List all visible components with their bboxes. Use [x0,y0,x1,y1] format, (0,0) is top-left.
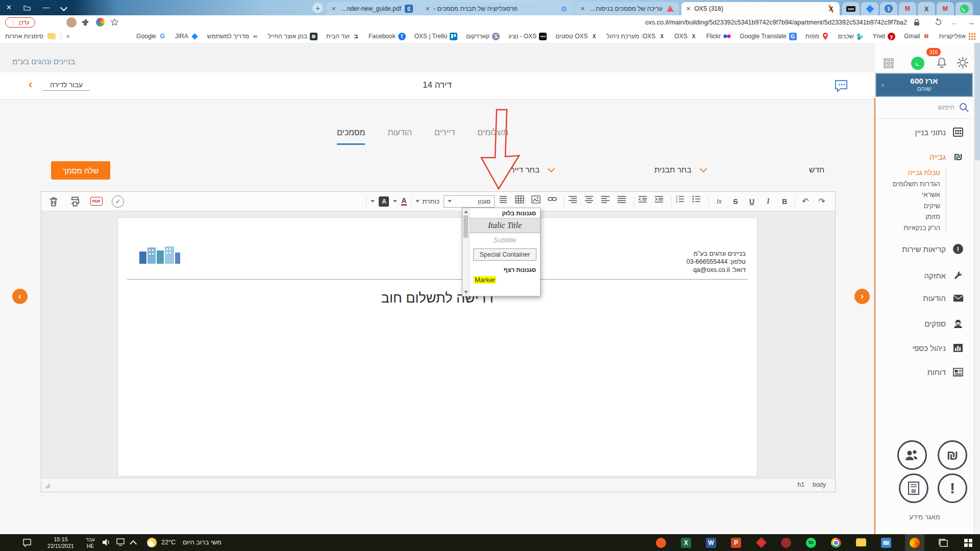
back-arrow-icon[interactable]: ← [951,18,959,27]
sidebar-item-collection[interactable]: ₪ גבייה [929,151,964,163]
style-subtitle[interactable]: Subtitle [470,233,540,247]
insert-image-icon[interactable] [531,195,544,208]
app-word-icon[interactable]: W [705,537,717,549]
sidebar-item-building-data[interactable]: נתוני בניין [915,127,964,137]
bookmark-jira[interactable]: JIRA [175,33,199,40]
subitem-checks[interactable]: שיקים [893,201,940,212]
invoice-circle-icon[interactable]: ₪ [899,473,928,503]
new-document-button[interactable]: חדש [809,165,824,174]
subitem-payment-settings[interactable]: הגדרות תשלומים [893,179,940,190]
bold-icon[interactable]: B [778,195,791,208]
text-color-icon[interactable]: A [401,197,406,206]
sidebar-item-suppliers[interactable]: ספקים [925,318,964,329]
bookmark-oxs-tests[interactable]: XOXS טסטים [555,33,598,40]
bookmark-guide[interactable]: ∞מדריך למשתמש [207,33,259,40]
tab-close-icon[interactable]: ✕ [331,6,336,12]
sidebar-search[interactable]: חיפוש [875,97,974,119]
subitem-cash[interactable]: מזומן [893,211,940,222]
outdent-icon[interactable] [639,195,651,208]
app-spotify-icon[interactable] [805,537,817,549]
elements-path-current[interactable]: h1 [798,481,804,488]
scroll-up-icon[interactable] [464,210,468,213]
subitem-bank-orders[interactable]: הו"ק בנקאיות [893,222,940,234]
indent-icon[interactable] [655,195,667,208]
bookmark-neighbors[interactable]: שכנים [838,33,864,40]
bookmark-oxs-admin[interactable]: XOXS: מערכת ניהול [607,33,666,40]
bookmark-trello[interactable]: OXS | Trello [414,33,457,40]
scrollbar-thumb[interactable] [463,215,468,238]
app-thispc-icon[interactable] [880,537,892,549]
bookmark-google[interactable]: GGoogle [136,33,166,40]
app-chrome-icon[interactable] [830,537,842,549]
strikethrough-icon[interactable]: S [729,195,742,208]
numbered-list-icon[interactable]: 123 [676,195,688,208]
extension-color-icon[interactable] [96,18,105,27]
weather-temp[interactable]: 22°C [161,539,176,546]
knowledge-base-label[interactable]: מאגר מידע [875,513,974,521]
other-bookmarks-label[interactable]: סימניות אחרות [5,33,43,40]
scrollbar-thumb[interactable] [975,43,980,160]
format-dropdown[interactable]: כותרת [415,198,439,205]
document-page[interactable]: בניינים ונהגים בע"מ טלפון: 03-666555444 … [117,217,757,477]
forward-arrow-icon[interactable]: → [967,18,975,27]
subitem-credit[interactable]: אשראי [893,189,940,201]
line-height-icon[interactable] [499,195,511,208]
start-button-icon[interactable] [962,537,974,549]
pinned-tab-gmail-2[interactable]: M [937,2,954,15]
insert-link-icon[interactable] [548,195,560,208]
bookmark-star-icon[interactable] [110,18,119,27]
align-right-icon[interactable] [569,195,581,208]
style-special-container[interactable]: Special Container [473,248,536,261]
tab-close-icon[interactable]: ✕ [425,6,430,12]
send-document-button[interactable]: שלח מסמך [51,161,110,180]
preview-check-icon[interactable]: ✓ [112,195,124,208]
app-red-icon[interactable] [755,537,767,549]
export-pdf-icon[interactable]: PDF [90,197,103,206]
sidebar-item-financial[interactable]: ניהול כספי [912,343,964,353]
app-firefox-icon-active[interactable] [905,534,924,551]
pinned-tab-oxs[interactable]: oxs [842,2,860,15]
align-left-icon[interactable] [601,195,614,208]
carousel-right-arrow[interactable]: › [854,289,870,304]
bookmark-ynet[interactable]: yYnet [872,33,895,40]
bullet-list-icon[interactable] [692,195,704,208]
background-color-icon[interactable]: A [379,196,389,207]
align-center-icon[interactable] [585,195,597,208]
tab-documents[interactable]: מסמכים [337,128,365,145]
bookmark-facebook[interactable]: fFacebook [369,33,406,40]
pinned-tab-gmail-1[interactable]: M [899,2,916,15]
dropdown-scrollbar[interactable] [462,208,470,296]
window-close-icon[interactable]: ✕ [6,4,12,11]
textcolor-caret-icon[interactable] [393,200,397,203]
styles-dropdown[interactable]: סגנון [444,195,495,208]
clock[interactable]: 15:15 22/11/2021 [43,536,79,549]
delete-icon[interactable] [47,195,60,208]
resize-grip-icon[interactable] [44,483,51,489]
bookmark-oxs[interactable]: XOXS [674,33,697,40]
tab-close-icon[interactable]: ✕ [686,6,691,12]
pinned-tab-x[interactable]: X [918,2,935,15]
extensions-puzzle-icon[interactable] [82,18,90,27]
window-menu-chevron-icon[interactable] [60,4,67,11]
insert-table-icon[interactable] [515,195,527,208]
elements-path-root[interactable]: body [813,481,826,488]
sidebar-item-messages[interactable]: הודעות [923,294,964,303]
subitem-collection-table[interactable]: טבלת גבייה [893,167,940,179]
underline-icon[interactable]: U [746,195,758,208]
bookmarks-overflow-icon[interactable]: « [66,33,70,40]
browser-tab-pdf[interactable]: ✕ responder-new_guide.pdf (( [327,2,418,15]
tenants-circle-icon[interactable] [897,440,927,470]
browser-tab-oxs-active[interactable]: ✕ OXS (316) X [681,2,840,15]
alerts-circle-icon[interactable]: ! [938,473,967,503]
hidden-icons-chevron[interactable] [130,540,137,547]
bookmark-oxs-agent[interactable]: oxsOXS - נציג [508,33,547,40]
bookmark-google-translate[interactable]: GGoogle Translate [740,33,796,40]
scroll-down-icon[interactable] [464,291,468,294]
bookmark-flickr[interactable]: Flickr [706,33,731,40]
bookmark-gmail[interactable]: MGmail [904,33,930,40]
window-minimize-icon[interactable]: — [43,4,50,11]
bookmark-vaad[interactable]: בועד הבית [326,33,360,40]
language-indicator[interactable]: עבר HE [82,536,99,549]
tab-tenants[interactable]: דיירים [434,128,455,145]
style-marker[interactable]: Marker [474,276,496,284]
